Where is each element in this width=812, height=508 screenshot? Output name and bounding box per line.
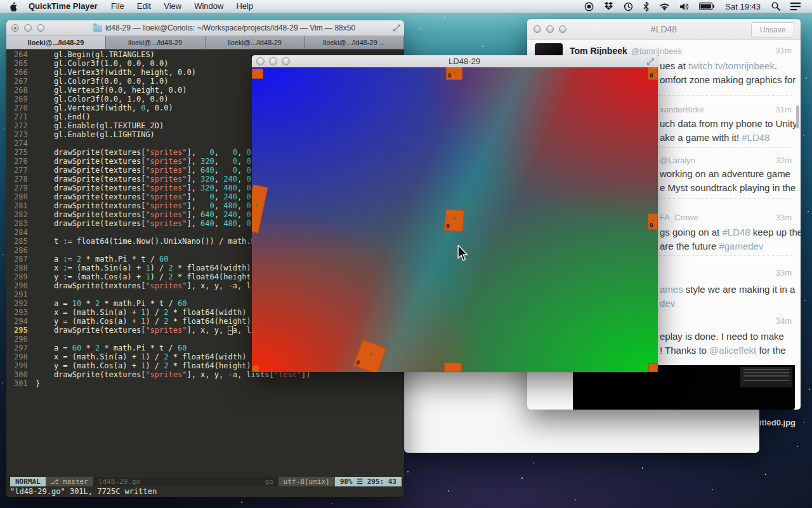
fullscreen-icon[interactable] <box>393 25 400 32</box>
tweet-text-line: are the future #gamedev <box>660 241 763 251</box>
terminal-titlebar[interactable]: ld48-29 — lloeki@Coriolis: ~/Workspace/p… <box>6 20 404 36</box>
window-title: LD48-29 <box>294 57 634 66</box>
game-sprite <box>444 363 462 372</box>
tweet-author-name[interactable]: Tom Rijnbeek@tomrijnbeek <box>570 46 682 56</box>
close-button[interactable] <box>256 57 265 65</box>
tweet-timestamp: 33m <box>776 268 792 277</box>
wifi-icon[interactable] <box>654 3 675 11</box>
volume-icon[interactable] <box>675 3 694 11</box>
tweet-text-line: ake a game with it! #LD48 <box>660 132 769 143</box>
game-viewport[interactable]: +0+0+0+0+0+0 <box>252 67 658 372</box>
zoom-button[interactable] <box>37 24 44 32</box>
code-line: 301} <box>6 379 404 388</box>
zoom-button[interactable] <box>282 57 290 65</box>
unsave-button[interactable]: Unsave <box>751 22 794 37</box>
game-window: LD48-29 +0+0+0+0+0+0 <box>252 55 658 372</box>
sprite-score-label: 0 <box>355 359 361 366</box>
bluetooth-icon[interactable] <box>638 2 654 11</box>
menu-item-edit[interactable]: Edit <box>131 0 157 13</box>
terminal-tab-bar: lloeki@.../ld48-29lloeki@.../ld48-29lloe… <box>6 36 404 50</box>
tweet-text-line: gs going on at #LD48 keep up the <box>660 227 801 237</box>
vim-message-line: "ld48-29.go" 301L, 7725C written <box>10 487 157 496</box>
record-stop-icon[interactable] <box>579 2 599 11</box>
vim-mode-indicator: NORMAL <box>10 477 46 486</box>
minimize-button[interactable] <box>269 57 277 65</box>
tweet-text-line: ames style we are making it in a <box>660 284 795 295</box>
tweet-text-line: omfort zone making graphics for <box>660 74 796 85</box>
sprite-origin-marker: + <box>368 351 374 358</box>
menu-bar: QuickTime Player FileEditViewWindowHelp … <box>0 0 812 13</box>
sprite-score-label: 0 <box>446 223 450 229</box>
tweet-timestamp: 31m <box>776 46 792 55</box>
git-branch-indicator: ⎇ master <box>46 477 93 486</box>
tweet-link[interactable]: ames <box>660 284 683 295</box>
mouse-cursor <box>457 245 468 262</box>
dropbox-icon[interactable] <box>599 2 619 11</box>
sprite-score-label: 0 <box>650 222 653 229</box>
tweet-text-line: dev <box>660 298 675 309</box>
fullscreen-icon[interactable] <box>647 58 654 65</box>
tweet-timestamp: 33m <box>776 213 792 222</box>
game-sprite: +0 <box>353 339 387 372</box>
menu-item-help[interactable]: Help <box>230 0 259 13</box>
tweet-link[interactable]: #LD48 <box>722 227 750 237</box>
menu-item-file[interactable]: File <box>105 0 131 13</box>
tweet-link[interactable]: twitch.tv/tomrijnbeek <box>688 60 775 71</box>
game-sprite: +0 <box>648 67 658 80</box>
tweet-author-handle[interactable]: @tomrijnbeek <box>631 46 682 56</box>
tweet-text-line: ues at twitch.tv/tomrijnbeek. <box>660 60 777 71</box>
sprite-origin-marker: + <box>254 201 259 208</box>
tweet-text-line: eplay is done. I need to make <box>660 331 784 342</box>
terminal-tab-1[interactable]: lloeki@.../ld48-29 <box>6 36 106 49</box>
tweet-text-line: uch data from my phone to Unity, <box>660 118 799 129</box>
apple-menu-icon[interactable] <box>5 2 22 11</box>
menu-item-window[interactable]: Window <box>188 0 230 13</box>
notification-center-icon[interactable] <box>785 3 806 11</box>
game-sprite: +0 <box>252 184 268 233</box>
statusline-filetype: go <box>260 477 278 486</box>
sprite-origin-marker: + <box>452 69 455 75</box>
game-sprite: +0 <box>446 67 462 80</box>
statusline-position: 98% ☰ 295: 43 <box>335 477 402 486</box>
tweet-author-handle[interactable]: FA_Crowe <box>660 213 698 222</box>
sprite-origin-marker: + <box>452 215 456 221</box>
terminal-tab-3[interactable]: lloeki@.../ld48-29 <box>206 36 305 49</box>
desktop-file-label[interactable]: itled0.jpg <box>759 418 796 427</box>
game-sprite <box>648 363 658 372</box>
menu-app-name[interactable]: QuickTime Player <box>22 0 105 13</box>
vim-statusline: NORMAL ⎇ master ld48-29.go go utf-8[unix… <box>6 477 404 486</box>
tweet-media-inset <box>740 367 792 387</box>
sprite-score-label: 0 <box>650 72 653 79</box>
scrollbar-thumb[interactable] <box>796 105 799 128</box>
tweet-link[interactable]: #gamedev <box>719 241 763 251</box>
spotlight-icon[interactable] <box>766 2 785 11</box>
tweet-text-line: ! Thanks to @aliceffekt for the <box>660 345 786 356</box>
terminal-tab-4[interactable]: lloeki@.../ld48-29 ... <box>304 36 404 49</box>
game-sprite <box>252 69 263 79</box>
minimize-button[interactable] <box>24 24 32 32</box>
game-sprite: +0 <box>648 213 658 230</box>
game-titlebar[interactable]: LD48-29 <box>252 55 658 68</box>
sprite-score-label: 0 <box>448 72 451 79</box>
tweet-link[interactable]: @aliceffekt <box>709 345 756 356</box>
tweet-author-handle[interactable]: @Laralyn <box>660 156 695 165</box>
tweet-author-handle[interactable]: xanderBirke <box>660 105 704 114</box>
time-machine-icon[interactable] <box>619 2 638 11</box>
tweet-link[interactable]: #LD48 <box>742 132 769 143</box>
twitter-titlebar[interactable]: #LD48 Unsave <box>527 19 801 40</box>
tweet-text-line: e Myst soundtrack playing in the <box>660 182 796 193</box>
game-sprite: +0 <box>444 209 464 232</box>
folder-proxy-icon <box>93 25 102 32</box>
game-sprite <box>252 365 259 372</box>
window-title: ld48-29 — lloeki@Coriolis: ~/Workspace/p… <box>105 23 355 32</box>
close-button[interactable] <box>11 24 19 32</box>
menu-item-view[interactable]: View <box>157 0 188 13</box>
battery-icon[interactable] <box>694 3 719 10</box>
tweet-timestamp: 32m <box>776 156 792 165</box>
statusline-filename: ld48-29.go <box>93 477 145 486</box>
desktop-wallpaper: itled0.jpg #LD48 Unsave Tom Rijnbeek@tom… <box>0 0 812 508</box>
menu-clock[interactable]: Sat 19:43 <box>719 2 766 11</box>
tweet-timestamp: 34m <box>776 316 792 326</box>
tweet-link[interactable]: dev <box>660 298 675 309</box>
terminal-tab-2[interactable]: lloeki@.../ld48-29 <box>106 36 206 49</box>
